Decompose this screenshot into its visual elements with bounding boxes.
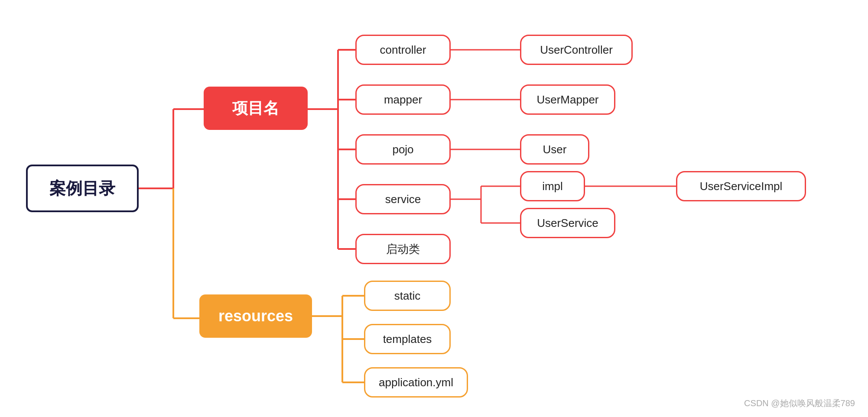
impl-label: impl [542,180,563,193]
pojo-node: pojo [355,134,451,165]
appyml-label: application.yml [379,376,453,389]
service-label: service [385,193,421,206]
diagram: 案例目录 项目名 resources controller mapper poj… [0,0,868,417]
startup-label: 启动类 [386,242,420,257]
usercontroller-node: UserController [520,35,633,65]
watermark: CSDN @她似唤风般温柔789 [744,398,855,409]
userservice-node: UserService [520,208,615,238]
pojo-label: pojo [392,143,413,156]
project-label: 项目名 [232,98,279,119]
user-label: User [543,143,567,156]
controller-label: controller [380,43,426,57]
static-label: static [394,289,421,303]
mapper-node: mapper [355,84,451,115]
static-node: static [364,281,451,311]
service-node: service [355,184,451,214]
controller-node: controller [355,35,451,65]
resources-node: resources [199,294,312,338]
startup-node: 启动类 [355,234,451,264]
project-node: 项目名 [204,87,308,130]
templates-label: templates [383,333,432,346]
appyml-node: application.yml [364,367,468,398]
userserviceimpl-label: UserServiceImpl [700,180,783,193]
templates-node: templates [364,324,451,354]
resources-label: resources [218,307,293,325]
mapper-label: mapper [384,93,422,107]
impl-node: impl [520,171,585,201]
userserviceimpl-node: UserServiceImpl [676,171,806,201]
usermapper-node: UserMapper [520,84,615,115]
usermapper-label: UserMapper [536,93,598,107]
userservice-label: UserService [537,217,598,230]
root-node: 案例目录 [26,165,139,212]
usercontroller-label: UserController [540,43,613,57]
root-label: 案例目录 [49,178,115,200]
user-node: User [520,134,589,165]
